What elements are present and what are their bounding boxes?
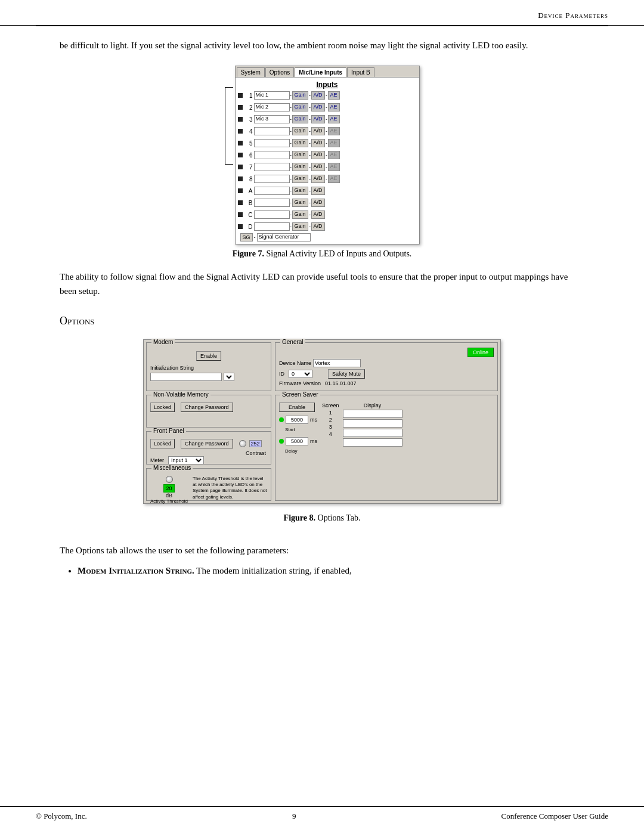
gain-btn-8[interactable]: Gain xyxy=(292,175,308,183)
general-devicename-row: Device Name xyxy=(279,359,494,367)
row-num-C: C xyxy=(244,212,253,218)
ad-btn-1[interactable]: A/D xyxy=(311,91,325,100)
tab-input-b[interactable]: Input B xyxy=(347,67,374,77)
meter-select[interactable]: Input 1 xyxy=(168,456,204,465)
display-box-3[interactable] xyxy=(343,429,402,437)
init-string-dropdown[interactable]: ▼ xyxy=(224,373,234,381)
activity-value: 20 xyxy=(163,484,174,493)
name-box-D[interactable] xyxy=(254,222,290,231)
name-box-C[interactable] xyxy=(254,210,290,219)
screensaver-delay-input[interactable] xyxy=(286,437,308,445)
nonvolatile-change-password-btn[interactable]: Change Password xyxy=(181,402,233,412)
input-row-4: 4 - Gain - A/D - AE xyxy=(238,126,417,137)
screensaver-start-row: ms xyxy=(279,416,317,424)
ad-btn-C[interactable]: A/D xyxy=(311,210,325,219)
tab-options[interactable]: Options xyxy=(265,67,294,77)
activity-desc: The Activity Threshold is the level at w… xyxy=(193,476,267,501)
ae-btn-6[interactable]: AE xyxy=(328,151,340,159)
display-box-2[interactable] xyxy=(343,419,402,428)
activity-knob[interactable]: 20 dB Activity Threshold xyxy=(150,476,188,504)
ae-btn-8[interactable]: AE xyxy=(328,175,340,183)
ad-btn-5[interactable]: A/D xyxy=(311,139,325,147)
ae-btn-5[interactable]: AE xyxy=(328,139,340,147)
nonvolatile-panel: Non-Volatile Memory Locked Change Passwo… xyxy=(146,395,271,428)
ad-btn-3[interactable]: A/D xyxy=(311,115,325,123)
gain-btn-B[interactable]: Gain xyxy=(292,199,308,207)
firmware-value: 01.15.01.007 xyxy=(325,380,357,386)
device-name-input[interactable] xyxy=(313,359,361,367)
frontpanel-locked-btn[interactable]: Locked xyxy=(150,439,175,448)
screensaver-start-input[interactable] xyxy=(286,416,308,424)
name-box-8[interactable] xyxy=(254,175,290,183)
name-box-6[interactable] xyxy=(254,151,290,159)
ad-btn-4[interactable]: A/D xyxy=(311,127,325,135)
ae-btn-1[interactable]: AE xyxy=(328,91,340,100)
gain-btn-3[interactable]: Gain xyxy=(292,115,308,123)
screensaver-left: Enable ms Start ms xyxy=(279,402,317,454)
led-B xyxy=(238,200,243,205)
modem-init-row: Initialization String xyxy=(150,365,267,371)
safety-mute-btn[interactable]: Safety Mute xyxy=(328,369,365,379)
gain-btn-C[interactable]: Gain xyxy=(292,210,308,219)
ae-btn-2[interactable]: AE xyxy=(328,103,340,112)
gain-btn-5[interactable]: Gain xyxy=(292,139,308,147)
ad-btn-A[interactable]: A/D xyxy=(311,187,325,195)
name-box-2[interactable]: Mic 2 xyxy=(254,103,290,112)
ad-btn-2[interactable]: A/D xyxy=(311,103,325,112)
modem-enable-btn[interactable]: Enable xyxy=(196,351,221,361)
display-box-4[interactable] xyxy=(343,438,402,447)
gain-btn-6[interactable]: Gain xyxy=(292,151,308,159)
ad-btn-8[interactable]: A/D xyxy=(311,175,325,183)
led-A xyxy=(238,188,243,193)
gain-btn-2[interactable]: Gain xyxy=(292,103,308,112)
tab-mic-line[interactable]: Mic/Line Inputs xyxy=(295,67,346,77)
bullet-modem-bold: Modem Initialization String. xyxy=(78,566,194,575)
name-box-3[interactable]: Mic 3 xyxy=(254,115,290,123)
led-1 xyxy=(238,93,243,98)
ae-btn-3[interactable]: AE xyxy=(328,115,340,123)
gain-btn-4[interactable]: Gain xyxy=(292,127,308,135)
contrast-knob[interactable] xyxy=(239,440,246,447)
ad-btn-7[interactable]: A/D xyxy=(311,163,325,171)
general-online-row: Online xyxy=(279,348,494,357)
ad-btn-6[interactable]: A/D xyxy=(311,151,325,159)
ae-btn-7[interactable]: AE xyxy=(328,163,340,171)
name-box-B[interactable] xyxy=(254,199,290,207)
screensaver-right: Screen 1 2 3 4 Display xyxy=(322,402,402,447)
ad-btn-B[interactable]: A/D xyxy=(311,199,325,207)
sg-name-box[interactable]: Signal Generator xyxy=(257,233,311,241)
page-footer: © Polycom, Inc. 9 Conference Composer Us… xyxy=(0,806,644,821)
screensaver-start-label: Start xyxy=(285,427,295,432)
gain-btn-1[interactable]: Gain xyxy=(292,91,308,100)
id-select[interactable]: 0 xyxy=(289,370,312,378)
inputs-ui-wrapper: System Options Mic/Line Inputs Input B I… xyxy=(225,66,420,244)
input-row-B: B - Gain - A/D xyxy=(238,197,417,208)
figure7-caption-text: Signal Activity LED of Inputs and Output… xyxy=(264,249,411,258)
display-box-1[interactable] xyxy=(343,410,402,418)
modem-panel-title: Modem xyxy=(151,339,175,345)
init-string-input[interactable] xyxy=(150,373,222,381)
gain-btn-D[interactable]: Gain xyxy=(292,222,308,231)
tab-system[interactable]: System xyxy=(237,67,265,77)
name-box-7[interactable] xyxy=(254,163,290,171)
screensaver-enable-btn[interactable]: Enable xyxy=(279,402,315,412)
row-num-3: 3 xyxy=(244,116,253,123)
screen-row-2: 2 xyxy=(322,417,339,423)
name-box-5[interactable] xyxy=(254,139,290,147)
gain-btn-7[interactable]: Gain xyxy=(292,163,308,171)
nonvolatile-title: Non-Volatile Memory xyxy=(151,391,210,398)
ae-btn-4[interactable]: AE xyxy=(328,127,340,135)
led-4 xyxy=(238,129,243,134)
ad-btn-D[interactable]: A/D xyxy=(311,222,325,231)
row-num-8: 8 xyxy=(244,176,253,182)
inputs-title: Inputs xyxy=(238,79,417,90)
name-box-1[interactable]: Mic 1 xyxy=(254,91,290,100)
nonvolatile-locked-btn[interactable]: Locked xyxy=(150,402,175,412)
gain-btn-A[interactable]: Gain xyxy=(292,187,308,195)
name-box-4[interactable] xyxy=(254,127,290,135)
name-box-A[interactable] xyxy=(254,187,290,195)
frontpanel-change-password-btn[interactable]: Change Password xyxy=(181,439,233,448)
row-num-B: B xyxy=(244,200,253,206)
inputs-body: Inputs 1 Mic 1 - Gain - A/D - AE xyxy=(236,78,419,244)
online-btn[interactable]: Online xyxy=(467,348,494,357)
